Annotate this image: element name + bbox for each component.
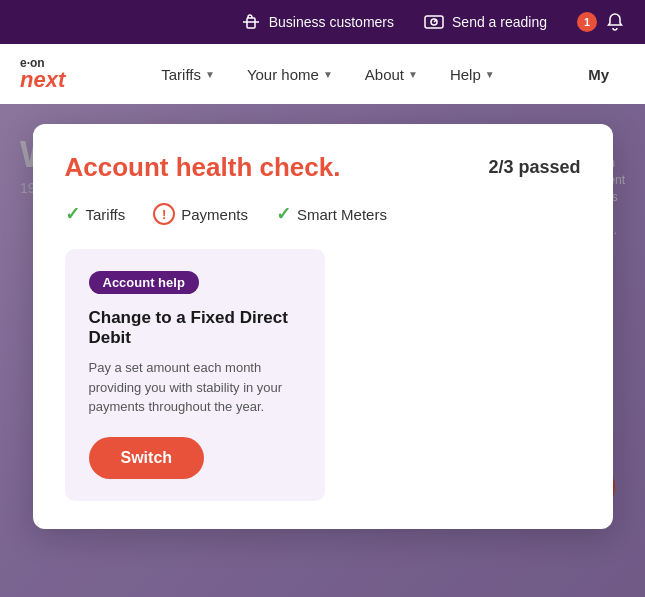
notification-badge: 1 — [577, 12, 597, 32]
bell-icon — [605, 12, 625, 32]
help-card-description: Pay a set amount each month providing yo… — [89, 358, 301, 417]
tariffs-check-label: Tariffs — [86, 206, 126, 223]
notifications-link[interactable]: 1 — [577, 12, 625, 32]
help-label: Help — [450, 66, 481, 83]
svg-line-4 — [434, 20, 436, 22]
nav-tariffs[interactable]: Tariffs ▼ — [145, 44, 231, 104]
send-reading-link[interactable]: Send a reading — [424, 12, 547, 32]
smart-meters-check-icon: ✓ — [276, 203, 291, 225]
top-bar: Business customers Send a reading 1 — [0, 0, 645, 44]
check-tariffs: ✓ Tariffs — [65, 203, 126, 225]
logo[interactable]: e·on next — [20, 57, 65, 91]
modal-overlay: Account health check. 2/3 passed ✓ Tarif… — [0, 104, 645, 597]
check-smart-meters: ✓ Smart Meters — [276, 203, 387, 225]
tariffs-chevron-icon: ▼ — [205, 69, 215, 80]
smart-meters-check-label: Smart Meters — [297, 206, 387, 223]
check-items: ✓ Tariffs ! Payments ✓ Smart Meters — [65, 203, 581, 225]
health-check-modal: Account health check. 2/3 passed ✓ Tarif… — [33, 124, 613, 529]
help-chevron-icon: ▼ — [485, 69, 495, 80]
your-home-chevron-icon: ▼ — [323, 69, 333, 80]
about-label: About — [365, 66, 404, 83]
meter-icon — [424, 12, 444, 32]
tariffs-label: Tariffs — [161, 66, 201, 83]
about-chevron-icon: ▼ — [408, 69, 418, 80]
payments-warn-icon: ! — [153, 203, 175, 225]
modal-passed: 2/3 passed — [488, 157, 580, 178]
modal-title: Account health check. — [65, 152, 341, 183]
nav-my[interactable]: My — [572, 44, 625, 104]
my-label: My — [588, 66, 609, 83]
main-nav: e·on next Tariffs ▼ Your home ▼ About ▼ … — [0, 44, 645, 104]
svg-rect-0 — [247, 18, 255, 28]
check-payments: ! Payments — [153, 203, 248, 225]
modal-header: Account health check. 2/3 passed — [65, 152, 581, 183]
briefcase-icon — [241, 12, 261, 32]
logo-next-text: next — [20, 69, 65, 91]
help-card-title: Change to a Fixed Direct Debit — [89, 308, 301, 348]
svg-rect-2 — [425, 16, 443, 28]
your-home-label: Your home — [247, 66, 319, 83]
business-customers-link[interactable]: Business customers — [241, 12, 394, 32]
nav-help[interactable]: Help ▼ — [434, 44, 511, 104]
tariffs-check-icon: ✓ — [65, 203, 80, 225]
account-help-badge: Account help — [89, 271, 199, 294]
nav-about[interactable]: About ▼ — [349, 44, 434, 104]
business-customers-label: Business customers — [269, 14, 394, 30]
send-reading-label: Send a reading — [452, 14, 547, 30]
switch-button[interactable]: Switch — [89, 437, 205, 479]
help-card: Account help Change to a Fixed Direct De… — [65, 249, 325, 501]
svg-point-3 — [431, 19, 437, 25]
payments-check-label: Payments — [181, 206, 248, 223]
nav-your-home[interactable]: Your home ▼ — [231, 44, 349, 104]
